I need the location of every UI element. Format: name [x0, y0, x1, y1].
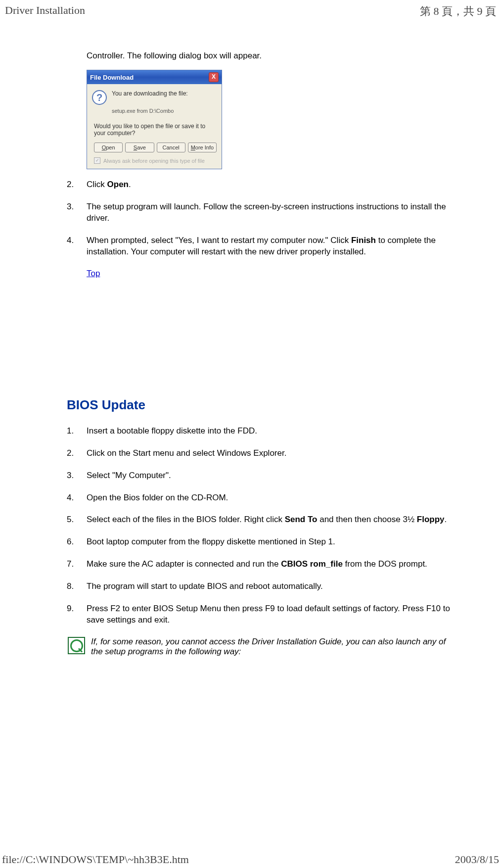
step-3: 3. The setup program will launch. Follow…: [67, 201, 453, 224]
close-icon[interactable]: X: [209, 72, 219, 82]
bios-step-9: 9. Press F2 to enter BIOS Setup Menu the…: [67, 603, 453, 626]
intro-text: Controller. The following dialog box wil…: [87, 51, 453, 61]
bios-step-7: 7. Make sure the AC adapter is connected…: [67, 559, 453, 570]
dialog-download-text: You are downloading the file:: [112, 90, 188, 105]
step-2: 2. Click Open.: [67, 179, 453, 191]
bios-step-1: 1. Insert a bootable floppy diskette int…: [67, 426, 453, 437]
install-steps: 2. Click Open. 3. The setup program will…: [67, 179, 453, 258]
bios-step-6: 6. Boot laptop computer from the floppy …: [67, 536, 453, 548]
header-left: Driver Installation: [5, 4, 85, 19]
bios-step-2: 2. Click on the Start menu and select Wi…: [67, 448, 453, 459]
open-button[interactable]: Open: [94, 143, 123, 152]
top-link[interactable]: Top: [87, 269, 100, 278]
dialog-title: File Download: [90, 74, 134, 81]
page-footer: file://C:\WINDOWS\TEMP\~hh3B3E.htm 2003/…: [0, 853, 501, 866]
bios-step-5: 5. Select each of the files in the BIOS …: [67, 514, 453, 526]
footer-path: file://C:\WINDOWS\TEMP\~hh3B3E.htm: [2, 853, 189, 866]
dialog-question: Would you like to open the file or save …: [94, 123, 217, 137]
bios-step-4: 4. Open the Bios folder on the CD-ROM.: [67, 492, 453, 504]
more-info-button[interactable]: More Info: [188, 143, 217, 152]
save-button[interactable]: Save: [125, 143, 154, 152]
header-right: 第 8 頁，共 9 頁: [420, 4, 496, 19]
bios-steps: 1. Insert a bootable floppy diskette int…: [67, 426, 453, 626]
dialog-body: ? You are downloading the file: setup.ex…: [87, 84, 222, 169]
note-text: If, for some reason, you cannot access t…: [91, 637, 453, 657]
bios-update-heading: BIOS Update: [67, 397, 453, 413]
checkbox-icon: ✓: [94, 157, 100, 164]
page-header: Driver Installation 第 8 頁，共 9 頁: [0, 4, 501, 19]
note-row: If, for some reason, you cannot access t…: [67, 637, 453, 657]
cancel-button[interactable]: Cancel: [157, 143, 185, 152]
bios-step-8: 8. The program will start to update BIOS…: [67, 581, 453, 592]
footer-date: 2003/8/15: [455, 853, 499, 866]
always-ask-checkbox: ✓ Always ask before opening this type of…: [94, 157, 217, 164]
main-content: Controller. The following dialog box wil…: [67, 51, 453, 666]
step-4: 4. When prompted, select "Yes, I want to…: [67, 235, 453, 258]
file-download-dialog: File Download X ? You are downloading th…: [87, 70, 222, 169]
bios-step-3: 3. Select "My Computer".: [67, 470, 453, 482]
dialog-file-path: setup.exe from D:\Combo: [112, 108, 217, 114]
question-icon: ?: [92, 90, 107, 105]
top-link-container: Top: [87, 269, 453, 279]
dialog-titlebar: File Download X: [87, 70, 222, 84]
magnifier-icon: [68, 637, 85, 654]
